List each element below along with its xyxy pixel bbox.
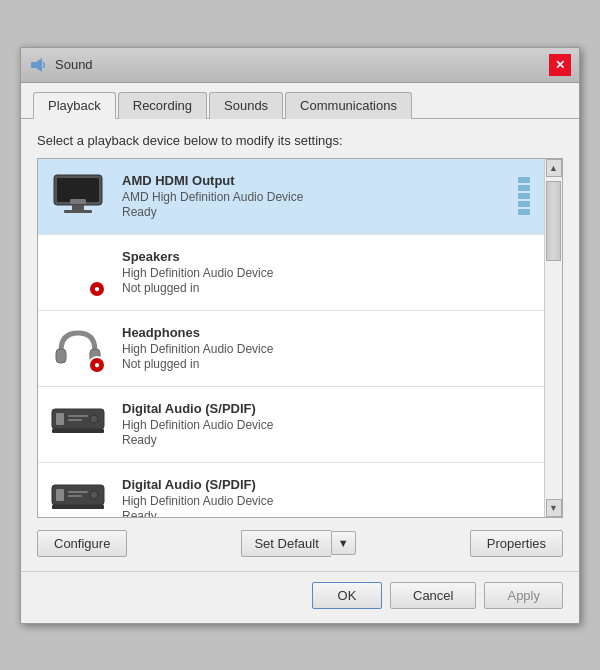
- not-plugged-badge-2: ●: [88, 356, 106, 374]
- device-status-3: Ready: [122, 433, 273, 447]
- action-buttons-row: Configure Set Default ▼ Properties: [37, 530, 563, 557]
- sound-icon: [29, 55, 49, 75]
- svg-rect-21: [68, 491, 88, 493]
- device-info-0: AMD HDMI Output AMD High Definition Audi…: [122, 173, 303, 219]
- svg-rect-14: [56, 413, 64, 425]
- scrollbar-thumb-area: [545, 177, 562, 499]
- description-text: Select a playback device below to modify…: [37, 133, 563, 148]
- device-driver-1: High Definition Audio Device: [122, 266, 273, 280]
- svg-rect-11: [56, 349, 66, 363]
- svg-point-17: [90, 415, 98, 423]
- tab-playback[interactable]: Playback: [33, 92, 116, 119]
- properties-button[interactable]: Properties: [470, 530, 563, 557]
- scrollbar-down-button[interactable]: ▼: [546, 499, 562, 517]
- apply-button[interactable]: Apply: [484, 582, 563, 609]
- device-name-4: Digital Audio (S/PDIF): [122, 477, 273, 492]
- svg-rect-5: [64, 210, 92, 213]
- vol-bar-5: [518, 209, 530, 215]
- device-name-2: Headphones: [122, 325, 273, 340]
- device-status-1: Not plugged in: [122, 281, 273, 295]
- sound-dialog: Sound ✕ Playback Recording Sounds Commun…: [20, 47, 580, 624]
- device-driver-3: High Definition Audio Device: [122, 418, 273, 432]
- volume-bars-0: [518, 177, 534, 215]
- device-info-2: Headphones High Definition Audio Device …: [122, 325, 273, 371]
- svg-rect-0: [31, 62, 36, 68]
- scrollbar-track: ▲ ▼: [544, 159, 562, 517]
- svg-rect-6: [70, 199, 86, 204]
- device-list: AMD HDMI Output AMD High Definition Audi…: [38, 159, 544, 517]
- window-title: Sound: [55, 57, 93, 72]
- device-item-2[interactable]: ● Headphones High Definition Audio Devic…: [38, 311, 544, 387]
- scrollbar-thumb[interactable]: [546, 181, 561, 261]
- device-name-0: AMD HDMI Output: [122, 173, 303, 188]
- tab-recording[interactable]: Recording: [118, 92, 207, 119]
- device-info-3: Digital Audio (S/PDIF) High Definition A…: [122, 401, 273, 447]
- main-content: Select a playback device below to modify…: [21, 119, 579, 571]
- vol-bar-3: [518, 193, 530, 199]
- title-bar: Sound ✕: [21, 48, 579, 83]
- device-info-4: Digital Audio (S/PDIF) High Definition A…: [122, 477, 273, 517]
- device-icon-digital-1: [48, 397, 108, 452]
- not-plugged-badge-1: ●: [88, 280, 106, 298]
- cancel-button[interactable]: Cancel: [390, 582, 476, 609]
- bottom-buttons-row: OK Cancel Apply: [21, 571, 579, 623]
- svg-rect-20: [56, 489, 64, 501]
- close-button[interactable]: ✕: [549, 54, 571, 76]
- svg-marker-1: [36, 58, 42, 72]
- device-driver-0: AMD High Definition Audio Device: [122, 190, 303, 204]
- device-list-container: AMD HDMI Output AMD High Definition Audi…: [37, 158, 563, 518]
- svg-rect-24: [52, 505, 104, 509]
- svg-rect-18: [52, 429, 104, 433]
- svg-rect-16: [68, 419, 82, 421]
- device-driver-2: High Definition Audio Device: [122, 342, 273, 356]
- device-item-0[interactable]: AMD HDMI Output AMD High Definition Audi…: [38, 159, 544, 235]
- device-status-0: Ready: [122, 205, 303, 219]
- device-icon-digital-2: [48, 473, 108, 517]
- tab-sounds[interactable]: Sounds: [209, 92, 283, 119]
- set-default-button[interactable]: Set Default: [241, 530, 330, 557]
- svg-rect-15: [68, 415, 88, 417]
- device-item-1[interactable]: ● Speakers High Definition Audio Device …: [38, 235, 544, 311]
- ok-button[interactable]: OK: [312, 582, 382, 609]
- vol-bar-1: [518, 177, 530, 183]
- title-bar-left: Sound: [29, 55, 93, 75]
- vol-bar-2: [518, 185, 530, 191]
- device-item-4[interactable]: Digital Audio (S/PDIF) High Definition A…: [38, 463, 544, 517]
- device-icon-speaker: ●: [48, 245, 108, 300]
- device-status-4: Ready: [122, 509, 273, 517]
- svg-rect-3: [57, 178, 99, 202]
- tab-communications[interactable]: Communications: [285, 92, 412, 119]
- vol-bar-4: [518, 201, 530, 207]
- tab-bar: Playback Recording Sounds Communications: [21, 83, 579, 119]
- device-status-2: Not plugged in: [122, 357, 273, 371]
- configure-button[interactable]: Configure: [37, 530, 127, 557]
- set-default-dropdown-button[interactable]: ▼: [331, 531, 356, 555]
- scrollbar-up-button[interactable]: ▲: [546, 159, 562, 177]
- svg-point-23: [90, 491, 98, 499]
- device-icon-hdmi: [48, 169, 108, 224]
- device-name-3: Digital Audio (S/PDIF): [122, 401, 273, 416]
- device-driver-4: High Definition Audio Device: [122, 494, 273, 508]
- device-item-3[interactable]: Digital Audio (S/PDIF) High Definition A…: [38, 387, 544, 463]
- device-icon-headphones: ●: [48, 321, 108, 376]
- set-default-group: Set Default ▼: [241, 530, 355, 557]
- svg-rect-22: [68, 495, 82, 497]
- device-info-1: Speakers High Definition Audio Device No…: [122, 249, 273, 295]
- device-name-1: Speakers: [122, 249, 273, 264]
